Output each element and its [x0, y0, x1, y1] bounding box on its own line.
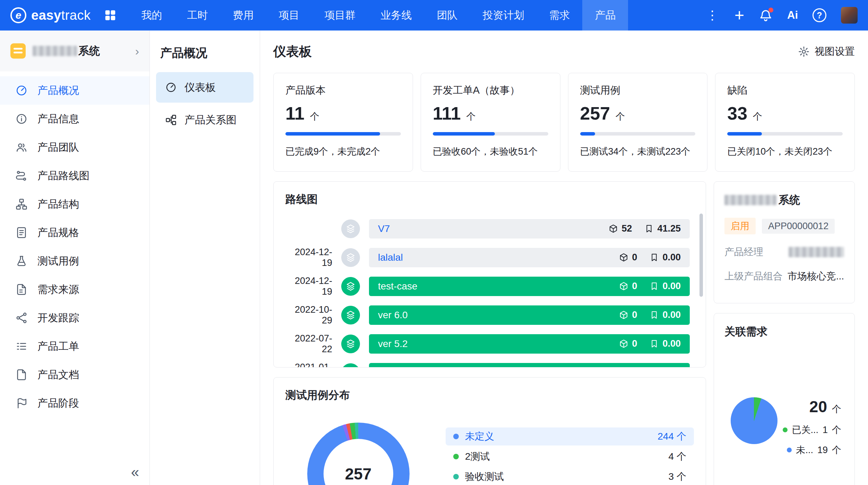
stat-card-product-version[interactable]: 产品版本 11个 已完成9个，未完成2个 [273, 73, 413, 172]
nav-tab-timesheet[interactable]: 工时 [174, 0, 220, 31]
panel-item-product-relation-graph[interactable]: 产品关系图 [156, 105, 253, 135]
version-name-link[interactable]: ver 6.0 [378, 310, 619, 321]
sidebar-item-label: 产品工单 [37, 339, 79, 354]
redacted-text [724, 195, 776, 205]
roadmap-version-bar[interactable]: test-case 0 0.00 [369, 277, 690, 296]
content-row: 路线图 V7 52 41.25 [273, 181, 855, 485]
nav-tab-expense[interactable]: 费用 [220, 0, 266, 31]
test-case-donut[interactable]: 257 [307, 423, 410, 485]
parent-portfolio-field: 上级产品组合 市场核心竞... [724, 270, 844, 283]
version-name-link[interactable]: test-case [378, 281, 619, 292]
sidebar-item-product-ticket[interactable]: 产品工单 [0, 332, 149, 361]
roadmap-date: 2024-12-19 [285, 247, 332, 268]
cube-icon [619, 310, 628, 320]
user-avatar[interactable] [841, 7, 858, 24]
legend-dot [783, 427, 788, 432]
easytrack-logo-icon: e [10, 7, 26, 23]
stat-description: 已关闭10个，未关闭23个 [727, 145, 843, 158]
sidebar-item-label: 产品结构 [37, 197, 79, 211]
version-name-link[interactable]: ver 5.2 [378, 338, 619, 349]
sidebar-item-product-stage[interactable]: 产品阶段 [0, 389, 149, 417]
product-switcher[interactable]: 系统 › [0, 31, 149, 71]
legend-label: 未... [796, 444, 813, 456]
sidebar-item-dev-tracking[interactable]: 开发跟踪 [0, 304, 149, 332]
panel-item-dashboard[interactable]: 仪表板 [156, 72, 253, 103]
legend-row-open[interactable]: 未... 19 个 [787, 444, 841, 456]
roadmap-version-bar[interactable]: ver 5.2 0 0.00 [369, 334, 690, 354]
scrollbar-thumb[interactable] [699, 214, 703, 297]
workitem-count: 0 [619, 252, 637, 263]
roadmap-rows: V7 52 41.25 2024-12-19 [285, 214, 690, 367]
sidebar-item-product-team[interactable]: 产品团队 [0, 133, 149, 162]
roadmap-row: V7 52 41.25 [285, 214, 690, 243]
roadmap-title: 路线图 [285, 192, 690, 207]
secondary-panel: 产品概况 仪表板 产品关系图 [150, 31, 260, 485]
bookmark-icon [650, 253, 659, 262]
sidebar-item-test-case[interactable]: 测试用例 [0, 247, 149, 275]
left-sidebar: 系统 › 产品概况 产品信息 产品团队 产品 [0, 31, 150, 485]
sidebar-item-product-overview[interactable]: 产品概况 [0, 76, 149, 105]
easytrack-logo[interactable]: e easytrack [10, 7, 91, 23]
stat-description: 已测试34个，未测试223个 [580, 145, 696, 158]
panel-item-label: 产品关系图 [184, 113, 237, 127]
sidebar-item-product-structure[interactable]: 产品结构 [0, 190, 149, 218]
version-name-link[interactable]: lalalal [378, 252, 619, 263]
layers-icon [341, 277, 360, 296]
stat-card-test-case[interactable]: 测试用例 257个 已测试34个，未测试223个 [568, 73, 708, 172]
org-structure-icon [15, 198, 28, 210]
stat-card-dev-ticket[interactable]: 开发工单A（故事） 111个 已验收60个，未验收51个 [421, 73, 560, 172]
requirements-body: 20 个 已关... 1 个 [724, 397, 844, 456]
help-icon[interactable]: ? [813, 8, 826, 22]
sidebar-collapse-icon[interactable]: « [131, 465, 139, 479]
apps-grid-icon[interactable] [104, 9, 117, 22]
roadmap-version-bar[interactable]: ver 5.1 0 0.00 [369, 363, 690, 368]
nav-tab-program[interactable]: 项目群 [312, 0, 368, 31]
info-icon [15, 113, 28, 125]
legend-dot [453, 454, 459, 459]
topnav-actions: ⋮ + Ai ? [705, 7, 858, 24]
nav-tab-investment-plan[interactable]: 投资计划 [470, 0, 536, 31]
more-menu-icon[interactable]: ⋮ [705, 9, 720, 21]
sidebar-item-requirement-source[interactable]: 需求来源 [0, 275, 149, 304]
product-manager-field: 产品经理 [724, 245, 844, 259]
requirements-pie[interactable] [731, 397, 777, 444]
ai-assistant-button[interactable]: Ai [787, 9, 798, 21]
sidebar-item-product-doc[interactable]: 产品文档 [0, 361, 149, 389]
roadmap-version-bar[interactable]: lalalal 0 0.00 [369, 248, 690, 267]
nav-tab-my[interactable]: 我的 [129, 0, 174, 31]
layers-icon [341, 335, 360, 353]
sidebar-item-product-info[interactable]: 产品信息 [0, 105, 149, 133]
roadmap-version-bar[interactable]: V7 52 41.25 [369, 219, 690, 239]
version-name-link[interactable]: ver 5.1 [378, 367, 619, 368]
nav-tab-business-line[interactable]: 业务线 [368, 0, 424, 31]
nav-tab-product[interactable]: 产品 [582, 0, 628, 31]
view-settings-button[interactable]: 视图设置 [798, 45, 855, 59]
legend-value: 3 [668, 471, 674, 482]
create-new-icon[interactable]: + [734, 7, 744, 24]
version-name-link[interactable]: V7 [378, 223, 609, 234]
legend-row-2test[interactable]: 2测试 4 个 [446, 448, 694, 466]
roadmap-version-bar[interactable]: ver 6.0 0 0.00 [369, 305, 690, 325]
roadmap-row: 2024-12-19 lalalal 0 0.00 [285, 243, 690, 272]
stat-card-defect[interactable]: 缺陷 33个 已关闭10个，未关闭23个 [715, 73, 855, 172]
nav-tab-project[interactable]: 项目 [266, 0, 312, 31]
sidebar-item-product-spec[interactable]: 产品规格 [0, 218, 149, 247]
legend-row-undefined[interactable]: 未定义 244 个 [446, 427, 694, 445]
legend-value: 244 [658, 431, 674, 442]
version-stats: 52 41.25 [609, 223, 681, 234]
view-settings-label: 视图设置 [815, 45, 855, 59]
notifications-bell-icon[interactable] [759, 8, 773, 22]
legend-row-acceptance-test[interactable]: 验收测试 3 个 [446, 468, 694, 485]
left-column: 路线图 V7 52 41.25 [273, 181, 706, 485]
legend-row-closed[interactable]: 已关... 1 个 [783, 424, 841, 436]
sidebar-item-product-roadmap[interactable]: 产品路线图 [0, 162, 149, 190]
nav-tab-team[interactable]: 团队 [424, 0, 470, 31]
workitem-count: 52 [609, 223, 632, 234]
points-count: 41.25 [644, 223, 681, 234]
progress-track [727, 132, 843, 136]
file-icon [15, 369, 28, 381]
document-lines-icon [15, 283, 28, 296]
nav-tab-requirement[interactable]: 需求 [536, 0, 582, 31]
product-code-badge: APP00000012 [762, 219, 835, 234]
layers-icon [341, 306, 360, 324]
